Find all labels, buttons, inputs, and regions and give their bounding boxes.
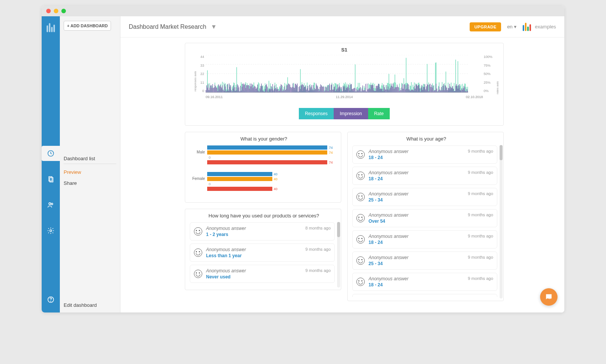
nav-documents-icon[interactable]: [42, 172, 60, 187]
answer-item[interactable]: Anonymous answer9 months ago25 - 34: [352, 252, 497, 270]
svg-rect-144: [255, 86, 255, 92]
upgrade-button[interactable]: UPGRADE: [470, 22, 501, 31]
answer-value: 18 - 24: [369, 240, 493, 245]
svg-rect-504: [389, 89, 390, 92]
svg-rect-208: [278, 91, 279, 92]
answer-item[interactable]: Anonymous answer9 months agoOver 54: [352, 209, 497, 227]
add-dashboard-button[interactable]: + ADD DASHBOARD: [64, 21, 111, 31]
svg-rect-554: [408, 84, 409, 92]
svg-rect-116: [244, 85, 244, 92]
svg-rect-304: [314, 88, 315, 92]
maximize-icon[interactable]: [61, 9, 66, 13]
svg-rect-424: [359, 88, 360, 92]
svg-rect-538: [402, 84, 403, 92]
svg-rect-112: [242, 84, 243, 92]
scrollbar[interactable]: [500, 145, 503, 298]
svg-rect-155: [259, 83, 259, 92]
svg-rect-176: [266, 84, 267, 92]
answer-value: Over 54: [369, 219, 493, 224]
nav-dashboard-icon[interactable]: [42, 146, 60, 161]
nav-help-icon[interactable]: [42, 292, 60, 307]
scrollbar[interactable]: [337, 222, 340, 287]
svg-rect-266: [300, 89, 300, 92]
svg-rect-492: [385, 89, 385, 92]
svg-rect-482: [381, 89, 381, 92]
answer-item[interactable]: Anonymous answer9 months ago18 - 24: [352, 273, 497, 291]
svg-rect-476: [379, 84, 379, 92]
answer-item[interactable]: Anonymous answer9 months ago18 - 24: [352, 230, 497, 248]
svg-rect-32: [212, 84, 213, 92]
svg-rect-386: [345, 90, 345, 92]
edit-dashboard-link[interactable]: Edit dashboard: [64, 302, 116, 308]
s1-tabs: ResponsesImpressionRate: [191, 104, 498, 122]
nav-settings-icon[interactable]: [42, 223, 60, 238]
answer-item[interactable]: Anonymous answer8 months ago1 - 2 years: [190, 222, 335, 241]
svg-rect-132: [250, 84, 250, 92]
answer-item[interactable]: Anonymous answer9 months ago18 - 24: [352, 167, 497, 185]
svg-rect-114: [243, 84, 244, 92]
svg-rect-604: [427, 84, 427, 92]
svg-rect-24: [209, 88, 210, 92]
avatar-icon: [356, 256, 365, 265]
svg-rect-76: [229, 83, 229, 92]
s1-left-ticks: 443322110: [199, 55, 204, 93]
answer-item[interactable]: Anonymous answer9 months ago18 - 24: [352, 145, 497, 164]
avatar-icon: [356, 235, 365, 244]
dashboard-dropdown-icon[interactable]: ▼: [211, 23, 217, 30]
svg-rect-402: [351, 84, 351, 92]
svg-rect-14: [206, 90, 206, 92]
svg-rect-648: [444, 84, 444, 92]
minimize-icon[interactable]: [54, 9, 58, 13]
sidebar-item-preview[interactable]: Preview: [64, 169, 116, 175]
svg-rect-460: [373, 85, 373, 92]
tab-rate[interactable]: Rate: [368, 108, 390, 119]
svg-rect-404: [352, 89, 352, 92]
svg-rect-436: [364, 90, 364, 92]
svg-rect-570: [414, 86, 414, 92]
svg-rect-450: [369, 88, 370, 92]
svg-rect-174: [266, 85, 266, 92]
sidebar-item-share[interactable]: Share: [64, 180, 116, 186]
svg-rect-540: [403, 89, 403, 92]
svg-rect-100: [238, 86, 238, 92]
svg-rect-584: [419, 88, 420, 92]
svg-rect-282: [306, 89, 306, 92]
tab-impression[interactable]: Impression: [334, 108, 368, 119]
svg-rect-270: [301, 84, 302, 92]
tab-responses[interactable]: Responses: [299, 108, 334, 119]
svg-point-3: [49, 203, 51, 205]
svg-rect-42: [216, 87, 217, 92]
svg-rect-306: [315, 89, 315, 92]
chat-button[interactable]: [540, 288, 558, 306]
close-icon[interactable]: [46, 9, 51, 13]
answer-item[interactable]: Anonymous answer9 months ago25 - 34: [352, 188, 497, 206]
svg-rect-122: [246, 85, 247, 92]
svg-rect-416: [356, 89, 357, 92]
svg-rect-62: [224, 91, 224, 92]
svg-rect-104: [239, 91, 240, 92]
svg-rect-84: [232, 91, 232, 92]
sidebar-item-dashboard-list[interactable]: Dashboard list: [64, 156, 116, 164]
answer-author: Anonymous answer: [369, 276, 408, 281]
svg-rect-446: [368, 89, 368, 92]
svg-rect-642: [441, 87, 442, 92]
answer-item[interactable]: Anonymous answer9 months ago: [352, 294, 497, 297]
svg-rect-162: [261, 84, 262, 92]
svg-rect-376: [341, 87, 342, 92]
svg-rect-444: [367, 84, 367, 92]
answer-item[interactable]: Anonymous answer9 months agoNever used: [190, 265, 335, 283]
answer-time: 9 months ago: [468, 149, 493, 154]
answer-value: 25 - 34: [369, 261, 493, 266]
svg-rect-582: [419, 85, 419, 92]
nav-users-icon[interactable]: [42, 197, 60, 212]
svg-rect-684: [457, 86, 457, 92]
top-bar: Dashboard Market Research ▼ UPGRADE en▾ …: [120, 16, 564, 37]
svg-rect-394: [348, 84, 348, 92]
svg-rect-308: [316, 84, 316, 92]
language-selector[interactable]: en▾: [507, 24, 517, 30]
svg-rect-94: [236, 87, 236, 92]
svg-rect-98: [237, 84, 237, 92]
svg-rect-234: [288, 83, 289, 92]
svg-rect-338: [327, 86, 328, 92]
answer-item[interactable]: Anonymous answer9 months agoLess than 1 …: [190, 244, 335, 262]
